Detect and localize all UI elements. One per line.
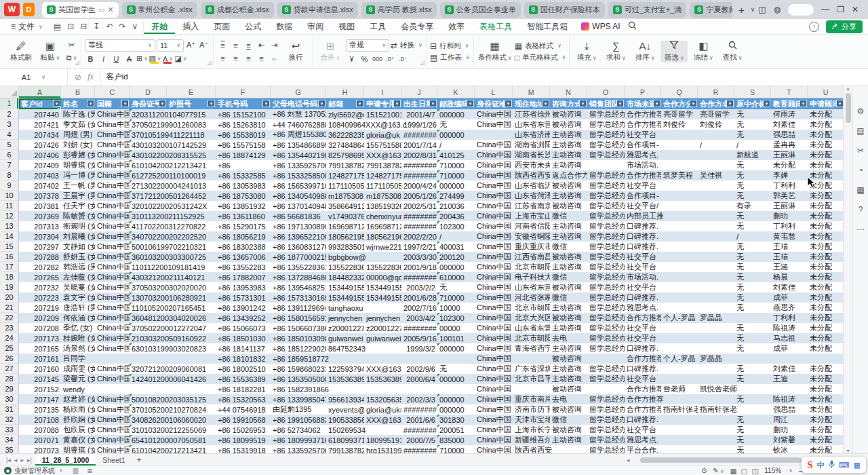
cell-G5[interactable]: +86 1354866895 xyxy=(271,140,326,150)
cell-Q26[interactable]: 个人-罗晶 xyxy=(661,354,698,364)
row-header-12[interactable]: 12 xyxy=(0,211,19,221)
cell-O16[interactable]: 留学总经办 xyxy=(587,252,625,262)
cell-P7[interactable]: 市场活动. xyxy=(625,160,661,170)
cell-Q14[interactable] xyxy=(661,231,698,242)
close-icon[interactable]: ✕ xyxy=(852,5,859,14)
cell-T32[interactable]: 周江 xyxy=(771,415,808,425)
cell-N34[interactable]: 主动咨询 xyxy=(550,435,587,445)
ime-mic-icon[interactable] xyxy=(829,460,835,470)
cell-I35[interactable]: hrq153199 xyxy=(364,445,401,453)
scroll-left-icon[interactable]: ◂ xyxy=(627,457,630,463)
cell-F6[interactable]: +86 18874129 xyxy=(216,150,271,160)
cell-B31[interactable]: 杨欣雨 (女 xyxy=(61,404,95,415)
cell-I32[interactable]: XXX@163.c xyxy=(364,415,401,425)
cell-L24[interactable]: China中国 xyxy=(475,333,513,343)
cell-K26[interactable] xyxy=(437,354,475,364)
cell-D22[interactable]: 360481200304020026 xyxy=(130,313,167,323)
redo-icon[interactable]: ↷ xyxy=(119,22,125,31)
cell-J16[interactable]: 2003/3/30 xyxy=(401,252,437,262)
cell-K28[interactable]: 000000 xyxy=(437,374,475,384)
cell-O8[interactable]: 留学总经办 xyxy=(587,170,625,180)
rows-columns-button[interactable]: ⊟行和列∨ xyxy=(430,41,470,51)
cell-H30[interactable]: 956613934 xyxy=(326,394,364,404)
new-tab-button[interactable]: + xyxy=(736,4,747,16)
cell-A24[interactable]: 207173 xyxy=(19,333,61,343)
header-cell-T1[interactable]: 教育顾问▼ xyxy=(771,98,808,109)
cell-D2[interactable]: 320311200104077915 xyxy=(130,109,167,119)
cell-U21[interactable]: 未分配 xyxy=(808,303,843,313)
file-tab[interactable]: S常州公积金 .xlsx xyxy=(122,2,197,18)
cell-U31[interactable]: 未分配 xyxy=(808,404,843,415)
cell-G11[interactable]: +86 1370140948 xyxy=(271,201,326,211)
cell-M20[interactable]: 河北省张家 xyxy=(513,292,550,303)
cell-P15[interactable]: 口碑推荐. xyxy=(625,242,661,252)
cell-J13[interactable]: ######## xyxy=(401,221,437,231)
cell-J34[interactable]: 2000/7/5 xyxy=(401,435,437,445)
cell-D13[interactable]: 411702200312270822 xyxy=(130,221,167,231)
cell-F11[interactable]: +86 13851932 xyxy=(216,201,271,211)
cell-C7[interactable]: China中国 xyxy=(95,160,130,170)
cell-D16[interactable]: 360103200303300725 xyxy=(130,252,167,262)
cell-L32[interactable]: China中国 xyxy=(475,415,513,425)
cell-F14[interactable]: +86 18056219 xyxy=(216,231,271,242)
cell-P13[interactable]: 口碑推荐. xyxy=(625,221,661,231)
cell-N29[interactable]: 被动咨询 xyxy=(550,384,587,394)
cell-O25[interactable]: 留学总经办 xyxy=(587,343,625,354)
cell-I23[interactable]: z20001227 xyxy=(364,323,401,333)
cell-S31[interactable] xyxy=(734,404,771,415)
cell-M22[interactable]: 北京大兴区 xyxy=(513,313,550,323)
cell-P14[interactable]: 口碑推荐. xyxy=(625,231,661,242)
cell-H20[interactable]: 153449155 xyxy=(326,292,364,303)
row-header-32[interactable]: 32 xyxy=(0,415,19,425)
cell-M13[interactable]: 河南省信阳 xyxy=(513,221,550,231)
cell-C8[interactable]: China中国 xyxy=(95,170,130,180)
cell-Q16[interactable] xyxy=(661,252,698,262)
sogou-logo-icon[interactable]: S xyxy=(807,459,812,471)
column-header-T[interactable]: T xyxy=(771,86,808,98)
cell-D24[interactable]: 210303200509160922 xyxy=(130,333,167,343)
cell-U13[interactable]: 未分配 xyxy=(808,221,843,231)
column-header-J[interactable]: J xyxy=(401,86,437,98)
chart-tool-icon[interactable]: ◔ xyxy=(858,166,863,175)
cell-style-button[interactable]: □单元格样式∨ xyxy=(515,53,566,62)
cell-J8[interactable]: ######## xyxy=(401,170,437,180)
cell-G21[interactable]: +86 1391129694 xyxy=(271,303,326,313)
cell-O28[interactable]: 留学总经办 xyxy=(587,374,625,384)
cell-Q12[interactable] xyxy=(661,211,698,221)
cell-R21[interactable] xyxy=(698,303,734,313)
filter-dropdown-icon[interactable]: ▼ xyxy=(505,100,512,107)
row-header-29[interactable]: 29 xyxy=(0,384,19,394)
cell-N28[interactable]: 主动咨询 xyxy=(550,374,587,384)
cell-G30[interactable]: +86 1339985047 xyxy=(271,394,326,404)
search-icon[interactable] xyxy=(628,21,637,32)
cell-L9[interactable]: China中国 xyxy=(475,180,513,191)
cell-F26[interactable]: +86 18101832 xyxy=(216,354,271,364)
cell-O6[interactable]: 留学总经办 xyxy=(587,150,625,160)
percent-format-icon[interactable]: % xyxy=(359,54,370,64)
cell-J29[interactable] xyxy=(401,384,437,394)
cell-U4[interactable]: 未分配 xyxy=(808,130,843,140)
cell-G24[interactable]: +86 1850103098 xyxy=(271,333,326,343)
vertical-scroll-thumb[interactable] xyxy=(846,93,851,123)
cell-C6[interactable]: China中国 xyxy=(95,150,130,160)
cell-B28[interactable]: 梁馨元 (女 xyxy=(61,374,95,384)
cell-L30[interactable]: China中国 xyxy=(475,394,513,404)
cell-P4[interactable]: 社交平台 xyxy=(625,130,661,140)
print-preview-icon[interactable]: ⊡ xyxy=(67,22,74,31)
cell-P10[interactable]: 合作项目- xyxy=(625,191,661,201)
cell-Q27[interactable] xyxy=(661,364,698,374)
cell-D8[interactable]: 612725200110100019 xyxy=(130,170,167,180)
cell-I27[interactable]: XXX@163.c xyxy=(364,364,401,374)
cell-D26[interactable] xyxy=(130,354,167,364)
row-header-23[interactable]: 23 xyxy=(0,323,19,333)
cell-L23[interactable]: China中国 xyxy=(475,323,513,333)
cell-U18[interactable]: 未分配 xyxy=(808,272,843,282)
cell-H5[interactable]: 327484864 xyxy=(326,140,364,150)
cell-K11[interactable]: 210036 xyxy=(437,201,475,211)
cell-H4[interactable]: 362228235 xyxy=(326,130,364,140)
menu-会员专享[interactable]: 会员专享 xyxy=(393,20,441,34)
font-size-select[interactable]: 11∨ xyxy=(157,39,184,52)
cell-R5[interactable]: / xyxy=(698,140,734,150)
cell-R13[interactable] xyxy=(698,221,734,231)
cell-S33[interactable]: 无 xyxy=(734,425,771,435)
